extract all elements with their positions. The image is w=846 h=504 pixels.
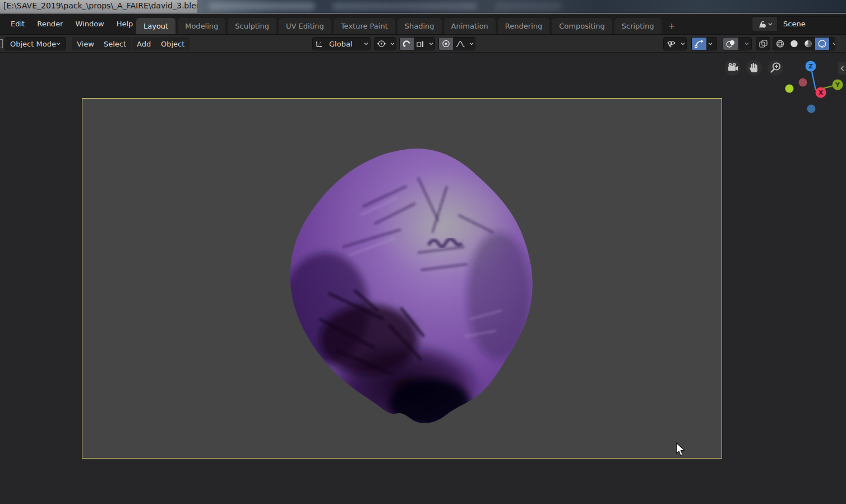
viewport-shading-group <box>773 37 835 50</box>
xray-toggle[interactable] <box>756 37 770 50</box>
tab-animation[interactable]: Animation <box>444 18 496 34</box>
background-window-blur <box>197 0 846 13</box>
gizmos-group <box>691 37 717 50</box>
window-title: [E:\SAVE_2019\pack_\props\_A_FAIRE\david… <box>3 1 209 10</box>
proportional-editing-group <box>438 37 475 50</box>
tab-compositing[interactable]: Compositing <box>552 18 612 34</box>
transform-orientation-dropdown[interactable]: Global <box>312 37 371 50</box>
axis-ball-y[interactable]: Y <box>833 80 843 90</box>
axis-ball-neg-x[interactable] <box>785 85 794 93</box>
tab-rendering[interactable]: Rendering <box>498 18 549 34</box>
axis-gizmo[interactable]: Z Y X <box>785 61 843 113</box>
overlays-group <box>723 37 752 50</box>
chevron-down-icon <box>679 42 686 45</box>
menu-help[interactable]: Help <box>110 17 140 30</box>
gizmos-toggle[interactable] <box>692 37 706 50</box>
tab-shading[interactable]: Shading <box>397 18 442 34</box>
menu-add[interactable]: Add <box>132 37 156 50</box>
navigation-gizmo: Z Y X <box>720 53 846 174</box>
axis-ball-x[interactable]: X <box>816 87 826 98</box>
chevron-down-icon <box>362 42 370 45</box>
chevron-down-icon <box>389 42 396 45</box>
snapping-group <box>399 37 435 50</box>
falloff-curve-icon[interactable] <box>453 37 468 50</box>
chevron-left-icon <box>840 66 844 71</box>
tab-texture-paint[interactable]: Texture Paint <box>334 18 395 34</box>
chevron-down-icon <box>768 22 773 26</box>
svg-text:Y: Y <box>835 81 840 89</box>
menu-view[interactable]: View <box>72 37 99 50</box>
axis-ball-z[interactable]: Z <box>806 61 816 72</box>
tab-uv-editing[interactable]: UV Editing <box>279 18 331 34</box>
camera-view-frame <box>82 98 722 459</box>
blur-artifact <box>332 2 478 10</box>
pivot-point-dropdown[interactable] <box>374 37 396 50</box>
menu-edit[interactable]: Edit <box>4 17 31 30</box>
sculpted-object[interactable] <box>272 146 541 426</box>
menu-object[interactable]: Object <box>156 37 189 50</box>
overlays-icon <box>725 39 736 48</box>
shading-material-button[interactable] <box>801 37 815 50</box>
chevron-down-icon[interactable] <box>468 42 475 45</box>
transform-orientation-icon <box>313 37 327 50</box>
tab-modeling[interactable]: Modeling <box>178 18 225 34</box>
shading-rendered-icon <box>817 39 827 48</box>
shading-wireframe-icon <box>775 39 785 48</box>
snap-magnet-toggle[interactable] <box>400 37 414 50</box>
orientation-label: Global <box>327 40 354 48</box>
topbar: Edit Render Window Help Layout Modeling … <box>0 13 846 34</box>
scene-name-field[interactable]: Scene <box>778 16 846 31</box>
camera-view-button[interactable] <box>725 60 741 76</box>
axis-ball-neg-z[interactable] <box>807 105 816 113</box>
mode-label: Object Mode <box>10 40 56 48</box>
main-menus: Edit Render Window Help <box>4 13 139 34</box>
menu-window[interactable]: Window <box>69 17 110 30</box>
tab-layout[interactable]: Layout <box>136 18 175 34</box>
snap-magnet-icon <box>402 39 412 48</box>
viewport-header: Object Mode View Select Add Object Globa… <box>0 34 846 53</box>
menu-select[interactable]: Select <box>99 37 131 50</box>
chevron-down-icon[interactable] <box>833 42 835 45</box>
gizmos-icon <box>694 39 704 48</box>
scene-selector: Scene <box>752 16 846 31</box>
shading-solid-button[interactable] <box>787 37 801 50</box>
shading-wireframe-button[interactable] <box>773 37 787 50</box>
add-workspace-button[interactable]: + <box>664 18 680 34</box>
proportional-editing-toggle[interactable] <box>439 37 453 50</box>
pivot-point-icon <box>375 37 389 50</box>
pan-view-button[interactable] <box>746 60 762 76</box>
object-visibility-dropdown[interactable] <box>663 37 687 50</box>
shading-solid-icon <box>789 39 799 48</box>
visibility-icon <box>664 37 679 50</box>
svg-text:Z: Z <box>808 63 813 70</box>
scene-icon <box>757 20 767 29</box>
blur-artifact <box>209 2 315 10</box>
chevron-down-icon[interactable] <box>427 42 434 45</box>
workspace-tabs: Layout Modeling Sculpting UV Editing Tex… <box>136 18 682 34</box>
axis-ball-neg-y[interactable] <box>799 78 807 87</box>
title-bar: [E:\SAVE_2019\pack_\props\_A_FAIRE\david… <box>0 0 846 13</box>
scene-name: Scene <box>783 20 806 28</box>
shading-rendered-button[interactable] <box>815 37 829 50</box>
xray-icon <box>756 37 770 50</box>
sidebar-collapse-arrow[interactable] <box>838 62 846 75</box>
menu-render[interactable]: Render <box>31 17 69 30</box>
chevron-down-icon[interactable] <box>743 42 751 45</box>
chevron-down-icon[interactable] <box>706 42 714 45</box>
tab-scripting[interactable]: Scripting <box>614 18 662 34</box>
chevron-down-icon <box>56 42 61 45</box>
mode-selector[interactable]: Object Mode <box>4 37 66 50</box>
blender-window: [E:\SAVE_2019\pack_\props\_A_FAIRE\david… <box>0 0 846 504</box>
snap-increment-icon[interactable] <box>414 37 427 50</box>
svg-text:X: X <box>819 89 824 96</box>
3d-viewport[interactable]: Z Y X <box>0 53 846 504</box>
tab-sculpting[interactable]: Sculpting <box>228 18 276 34</box>
zoom-view-button[interactable] <box>768 60 783 76</box>
overlays-toggle[interactable] <box>723 37 738 50</box>
mouse-cursor <box>676 442 686 457</box>
blur-artifact <box>494 2 562 10</box>
editor-type-icon[interactable] <box>0 39 3 48</box>
scene-browse-button[interactable] <box>752 16 778 31</box>
proportional-editing-icon <box>441 39 451 48</box>
shading-material-icon <box>803 39 813 48</box>
